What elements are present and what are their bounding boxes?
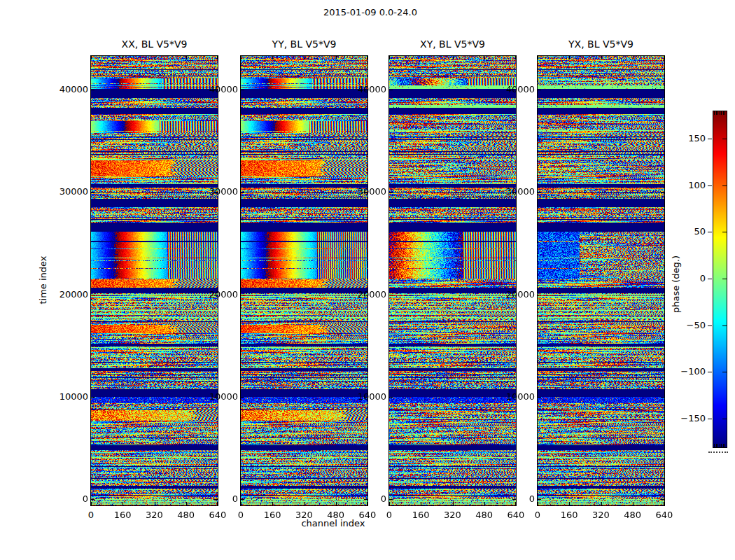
x-tick-mark xyxy=(515,56,516,59)
x-tick-label: 480 xyxy=(617,510,648,520)
x-tick-mark xyxy=(664,56,664,59)
x-tick-mark xyxy=(155,502,155,505)
x-tick-mark xyxy=(421,56,421,59)
x-tick-mark xyxy=(241,56,241,59)
y-tick-mark xyxy=(389,499,393,500)
heatmap-panel-XY: XY, BL V5*V90160320480640010000200003000… xyxy=(388,55,517,506)
y-tick-mark xyxy=(241,397,244,398)
colorbar-minor-ticks-top xyxy=(720,111,720,115)
x-tick-mark xyxy=(122,56,123,59)
colorbar-tick-mark xyxy=(708,186,712,186)
x-tick-mark xyxy=(633,502,634,505)
x-tick-label: 0 xyxy=(76,510,106,520)
x-tick-label: 320 xyxy=(438,510,468,520)
y-tick-label: 20000 xyxy=(490,289,535,300)
y-tick-mark xyxy=(241,295,244,295)
y-tick-mark xyxy=(91,397,94,398)
colorbar-minor-ticks-bottom xyxy=(718,444,718,447)
x-tick-label: 480 xyxy=(321,510,351,520)
colorbar-minor-ticks-top xyxy=(714,111,715,115)
y-tick-mark xyxy=(538,499,541,500)
heatmap-panel-XX: XX, BL V5*V90160320480640010000200003000… xyxy=(90,55,218,506)
colorbar-label: phase (deg.) xyxy=(671,235,682,333)
colorbar-gradient xyxy=(713,111,727,447)
colorbar-tick-label: 100 xyxy=(669,180,706,191)
x-tick-mark xyxy=(272,56,273,59)
x-tick-mark xyxy=(336,502,337,505)
colorbar-tick-mark xyxy=(708,279,712,279)
x-tick-label: 0 xyxy=(522,510,553,520)
colorbar-minor-ticks-bottom xyxy=(721,444,722,447)
y-tick-label: 20000 xyxy=(342,289,386,300)
y-tick-label: 0 xyxy=(193,493,238,505)
y-tick-mark xyxy=(91,192,94,192)
y-tick-mark xyxy=(389,295,393,295)
heatmap-panel-YY: YY, BL V5*V90160320480640010000200003000… xyxy=(240,55,368,506)
x-tick-mark xyxy=(664,502,664,505)
x-tick-mark xyxy=(91,502,92,505)
x-tick-mark xyxy=(484,56,485,59)
y-tick-label: 0 xyxy=(490,493,535,505)
colorbar-tick-mark xyxy=(722,139,727,139)
colorbar-tick-mark xyxy=(722,419,727,419)
y-tick-label: 40000 xyxy=(193,84,238,95)
y-tick-mark xyxy=(538,397,541,398)
y-tick-mark xyxy=(538,192,541,192)
x-tick-mark xyxy=(186,56,187,59)
x-tick-mark xyxy=(389,502,390,505)
x-tick-mark xyxy=(484,502,485,505)
y-tick-label: 30000 xyxy=(342,186,386,197)
x-tick-mark xyxy=(538,502,538,505)
y-tick-label: 40000 xyxy=(342,84,386,95)
x-tick-label: 480 xyxy=(171,510,202,520)
x-tick-mark xyxy=(453,502,454,505)
x-tick-mark xyxy=(601,502,602,505)
y-tick-mark xyxy=(389,192,393,192)
x-tick-mark xyxy=(367,56,368,59)
y-tick-mark xyxy=(91,295,94,295)
x-tick-label: 320 xyxy=(139,510,170,520)
x-tick-mark xyxy=(453,56,454,59)
x-tick-label: 160 xyxy=(405,510,436,520)
x-tick-label: 0 xyxy=(225,510,256,520)
y-tick-label: 30000 xyxy=(43,186,88,197)
x-tick-mark xyxy=(186,502,187,505)
x-tick-mark xyxy=(601,56,602,59)
x-tick-label: 640 xyxy=(649,510,680,520)
colorbar-tick-mark xyxy=(722,326,727,326)
colorbar-tick-label: −100 xyxy=(669,366,706,377)
y-tick-label: 20000 xyxy=(43,289,88,300)
colorbar-tick-mark xyxy=(708,419,712,419)
panel-title: XX, BL V5*V9 xyxy=(91,38,218,50)
y-tick-label: 30000 xyxy=(193,186,238,197)
x-tick-mark xyxy=(155,56,155,59)
figure: 2015-01-09 0.0-24.0 XX, BL V5*V901603204… xyxy=(0,0,735,560)
x-tick-mark xyxy=(91,56,92,59)
colorbar-tick-mark xyxy=(708,326,712,326)
colorbar-dotted-line xyxy=(708,451,728,453)
y-tick-label: 10000 xyxy=(342,391,386,402)
x-tick-mark xyxy=(538,56,538,59)
y-tick-label: 40000 xyxy=(490,84,535,95)
panel-title: YY, BL V5*V9 xyxy=(241,38,368,50)
y-tick-label: 0 xyxy=(43,493,88,505)
colorbar-tick-mark xyxy=(708,372,712,372)
x-tick-mark xyxy=(336,56,337,59)
y-tick-mark xyxy=(91,499,94,500)
y-tick-label: 20000 xyxy=(193,289,238,300)
y-tick-mark xyxy=(661,90,664,90)
y-tick-label: 0 xyxy=(342,493,386,505)
x-tick-label: 0 xyxy=(374,510,405,520)
x-tick-mark xyxy=(569,502,570,505)
y-tick-mark xyxy=(661,295,664,295)
x-tick-label: 320 xyxy=(586,510,617,520)
x-tick-mark xyxy=(304,56,305,59)
colorbar-tick-mark xyxy=(722,372,727,372)
colorbar-minor-ticks-bottom xyxy=(714,444,715,447)
x-tick-mark xyxy=(389,56,390,59)
colorbar-minor-ticks-top xyxy=(721,111,722,115)
x-tick-mark xyxy=(633,56,634,59)
y-axis-label: time index xyxy=(38,231,49,329)
y-tick-mark xyxy=(538,90,541,90)
colorbar-minor-ticks-top xyxy=(718,111,718,115)
